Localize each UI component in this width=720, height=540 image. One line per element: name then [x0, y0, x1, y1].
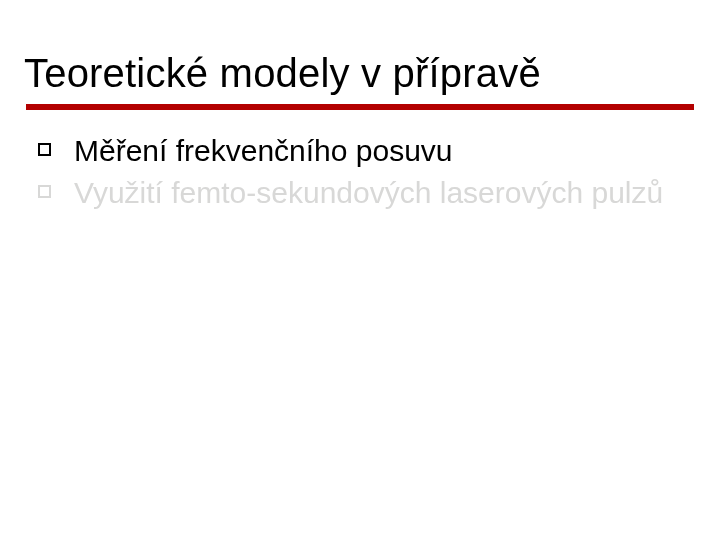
- bullet-list: Měření frekvenčního posuvu Využití femto…: [26, 132, 694, 211]
- square-bullet-icon: [38, 185, 51, 198]
- square-bullet-icon: [38, 143, 51, 156]
- bullet-text: Měření frekvenčního posuvu: [74, 134, 453, 167]
- list-item: Využití femto-sekundových laserových pul…: [26, 174, 694, 212]
- slide-title: Teoretické modely v přípravě: [24, 50, 696, 96]
- slide: Teoretické modely v přípravě Měření frek…: [0, 0, 720, 540]
- list-item: Měření frekvenčního posuvu: [26, 132, 694, 170]
- slide-body: Měření frekvenčního posuvu Využití femto…: [0, 110, 720, 211]
- title-area: Teoretické modely v přípravě: [0, 0, 720, 96]
- bullet-text: Využití femto-sekundových laserových pul…: [74, 176, 663, 209]
